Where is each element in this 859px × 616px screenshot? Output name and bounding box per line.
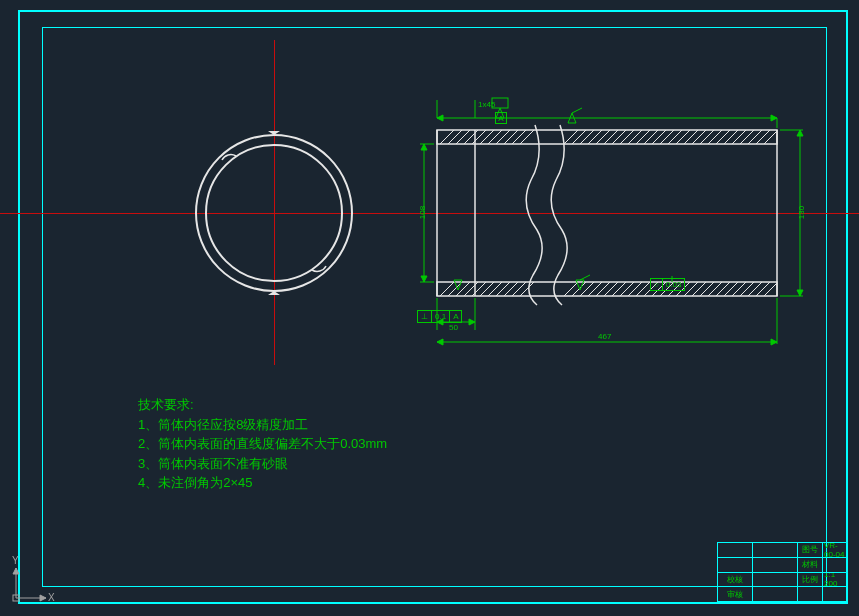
svg-line-7 — [440, 130, 454, 144]
svg-line-60 — [604, 282, 618, 296]
svg-line-48 — [472, 282, 486, 296]
tb-r1c4: VR-00-04 — [823, 543, 846, 558]
svg-line-80 — [764, 283, 777, 296]
svg-line-61 — [612, 282, 626, 296]
svg-line-79 — [756, 282, 770, 296]
tb-r4c4 — [823, 587, 846, 602]
svg-line-98 — [580, 275, 590, 280]
tb-r4c2 — [753, 587, 798, 602]
dim-len-total: 467 — [598, 332, 611, 341]
svg-line-35 — [700, 130, 714, 144]
svg-line-9 — [456, 130, 470, 144]
svg-line-55 — [564, 282, 578, 296]
svg-line-14 — [496, 130, 510, 144]
dim-dia-outer: 130 — [797, 206, 806, 219]
svg-line-13 — [488, 130, 502, 144]
perpendicularity-tolerance: ⊥ 0.1 A — [417, 310, 462, 323]
drawing-canvas — [0, 0, 859, 616]
svg-line-18 — [564, 130, 578, 144]
svg-line-64 — [636, 282, 650, 296]
svg-line-58 — [588, 282, 602, 296]
notes-line1: 1、筒体内径应按8级精度加工 — [138, 415, 387, 435]
svg-line-71 — [692, 282, 706, 296]
tb-r2c1 — [718, 558, 753, 573]
circularity-tolerance: ○ 0.03 — [650, 278, 685, 291]
svg-line-19 — [572, 130, 586, 144]
tb-r3c2 — [753, 573, 798, 588]
svg-line-31 — [668, 130, 682, 144]
svg-line-51 — [496, 282, 510, 296]
svg-line-73 — [708, 282, 722, 296]
perp-symbol: ⊥ — [418, 311, 432, 322]
svg-line-12 — [480, 130, 494, 144]
svg-line-42 — [756, 130, 770, 144]
svg-line-63 — [628, 282, 642, 296]
svg-line-39 — [732, 130, 746, 144]
perp-datum: A — [450, 311, 461, 322]
svg-point-0 — [196, 135, 352, 291]
svg-line-43 — [764, 131, 777, 144]
svg-line-74 — [716, 282, 730, 296]
dim-chamfer: 1x45 — [478, 100, 495, 109]
svg-line-22 — [596, 130, 610, 144]
svg-line-16 — [512, 130, 526, 144]
svg-line-30 — [660, 130, 674, 144]
svg-line-24 — [612, 130, 626, 144]
perp-value: 0.1 — [432, 311, 450, 322]
svg-line-78 — [748, 282, 762, 296]
svg-line-59 — [596, 282, 610, 296]
svg-line-8 — [448, 130, 462, 144]
svg-line-52 — [504, 282, 518, 296]
notes-line2: 2、筒体内表面的直线度偏差不大于0.03mm — [138, 434, 387, 454]
ucs-x-label: X — [48, 592, 55, 603]
tb-r2c2 — [753, 558, 798, 573]
svg-line-11 — [472, 130, 486, 144]
svg-line-20 — [580, 130, 594, 144]
tb-r1c1 — [718, 543, 753, 558]
svg-line-26 — [628, 130, 642, 144]
svg-line-54 — [520, 282, 534, 296]
svg-line-70 — [684, 282, 698, 296]
svg-line-50 — [488, 282, 502, 296]
svg-line-49 — [480, 282, 494, 296]
svg-line-44 — [440, 282, 454, 296]
svg-line-29 — [652, 130, 666, 144]
svg-line-56 — [572, 282, 586, 296]
title-block: 图号 VR-00-04 材料 校核 比例 1:1 200 审核 — [717, 542, 847, 603]
svg-line-53 — [512, 282, 526, 296]
technical-requirements: 技术要求: 1、筒体内径应按8级精度加工 2、筒体内表面的直线度偏差不大于0.0… — [138, 395, 387, 493]
svg-line-97 — [572, 108, 582, 113]
svg-line-75 — [724, 282, 738, 296]
svg-line-77 — [740, 282, 754, 296]
notes-title: 技术要求: — [138, 395, 387, 415]
svg-line-21 — [588, 130, 602, 144]
tb-r3c4: 1:1 200 — [823, 573, 846, 588]
svg-line-36 — [708, 130, 722, 144]
tb-r4c1: 审核 — [718, 587, 753, 602]
svg-line-33 — [684, 130, 698, 144]
svg-line-41 — [748, 130, 762, 144]
dim-dia-inner: 108 — [418, 206, 427, 219]
tb-r2c3: 材料 — [798, 558, 823, 573]
notes-line4: 4、未注倒角为2×45 — [138, 473, 387, 493]
notes-line3: 3、筒体内表面不准有砂眼 — [138, 454, 387, 474]
tb-r3c1: 校核 — [718, 573, 753, 588]
svg-line-25 — [620, 130, 634, 144]
tb-r4c3 — [798, 587, 823, 602]
svg-point-1 — [206, 145, 342, 281]
svg-line-62 — [620, 282, 634, 296]
svg-line-76 — [732, 282, 746, 296]
circ-symbol: ○ — [651, 279, 663, 290]
svg-line-37 — [716, 130, 730, 144]
svg-line-23 — [604, 130, 618, 144]
end-view — [196, 131, 352, 295]
svg-line-10 — [464, 130, 478, 144]
tb-r1c2 — [753, 543, 798, 558]
svg-line-38 — [724, 130, 738, 144]
svg-line-17 — [520, 130, 534, 144]
tb-r1c3: 图号 — [798, 543, 823, 558]
svg-line-28 — [644, 130, 658, 144]
svg-line-34 — [692, 130, 706, 144]
section-view — [420, 98, 803, 345]
ucs-icon — [13, 568, 46, 601]
